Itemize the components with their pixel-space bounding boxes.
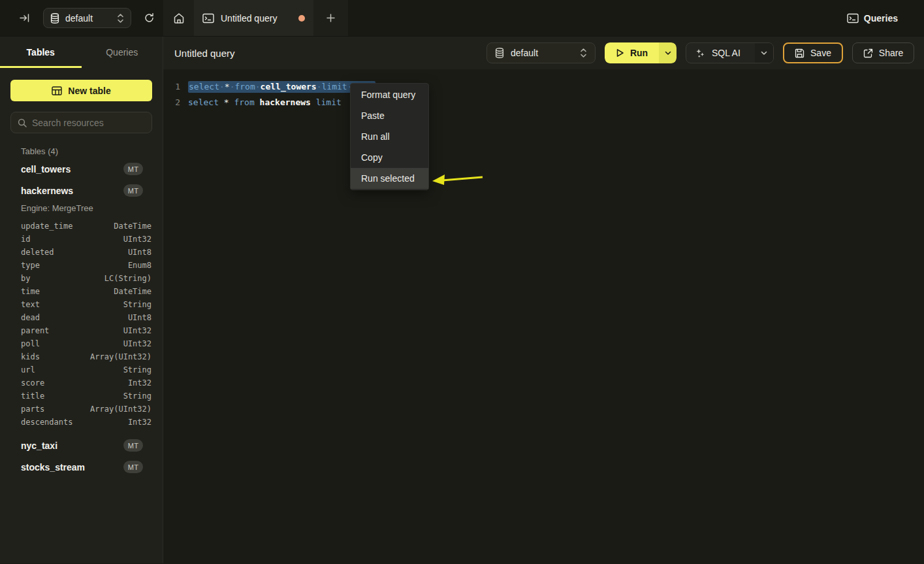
refresh-icon — [144, 12, 155, 24]
whitespace-dot: · — [255, 82, 261, 91]
column-row: pollUInt32 — [0, 337, 163, 350]
refresh-button[interactable] — [141, 10, 157, 26]
tab-strip: Untitled query — [163, 0, 348, 36]
column-type: Array(UInt32) — [90, 352, 151, 361]
column-row: update_timeDateTime — [0, 220, 163, 233]
column-row: partsArray(UInt32) — [0, 403, 163, 416]
context-menu-item-run-all[interactable]: Run all — [351, 126, 428, 147]
floppy-disk-icon — [795, 48, 805, 58]
query-toolbar: default Run — [486, 42, 914, 63]
new-table-button[interactable]: New table — [10, 80, 152, 101]
queries-panel-button[interactable]: Queries — [847, 13, 898, 24]
engine-label: Engine: MergeTree — [0, 201, 163, 216]
search-resources-input[interactable] — [32, 118, 150, 128]
code-text: select * from hackernews limit — [188, 95, 347, 111]
tab-untitled-query[interactable]: Untitled query — [194, 0, 313, 36]
sparkles-icon — [695, 48, 705, 58]
column-row: byLC(String) — [0, 272, 163, 285]
editor-database-selector[interactable]: default — [486, 42, 596, 63]
engine-badge: MT — [123, 461, 143, 473]
chevron-down-icon — [665, 51, 671, 56]
table-row[interactable]: hackernewsMT — [0, 180, 163, 201]
code-token: from — [234, 82, 255, 91]
table-grid-icon — [52, 86, 62, 95]
sidebar-tab-tables[interactable]: Tables — [0, 37, 82, 68]
column-name: type — [21, 261, 128, 270]
table-row[interactable]: stocks_streamMT — [0, 456, 163, 478]
sidebar: Tables Queries New table Tables (4) cell… — [0, 37, 163, 563]
chevron-updown-icon — [580, 48, 587, 58]
column-name: time — [21, 287, 114, 296]
column-row: kidsArray(UInt32) — [0, 350, 163, 363]
new-tab-button[interactable] — [313, 0, 348, 36]
column-name: id — [21, 235, 123, 244]
run-button[interactable]: Run — [605, 42, 659, 63]
table-list: cell_towersMThackernewsMTEngine: MergeTr… — [0, 158, 163, 563]
run-button-label: Run — [630, 48, 648, 58]
column-row: parentUInt32 — [0, 324, 163, 337]
app-window: default Untitled query — [0, 0, 924, 564]
table-name: nyc_taxi — [21, 440, 123, 451]
play-icon — [616, 48, 624, 58]
column-type: Enum8 — [128, 261, 151, 270]
engine-badge: MT — [123, 163, 143, 175]
active-tab-underline — [0, 66, 82, 68]
context-menu-item-run-selected[interactable]: Run selected — [351, 168, 428, 189]
editor-database-value: default — [511, 48, 580, 58]
code-token: from — [234, 97, 254, 107]
chevron-updown-icon — [117, 13, 124, 24]
column-name: score — [21, 378, 128, 388]
terminal-icon — [202, 13, 214, 24]
column-row: scoreInt32 — [0, 376, 163, 390]
code-line[interactable]: 2select * from hackernews limit — [163, 95, 924, 111]
annotation-arrow — [430, 171, 485, 187]
save-button-label: Save — [810, 48, 831, 58]
column-row: deadUInt8 — [0, 311, 163, 324]
context-menu-item-paste[interactable]: Paste — [351, 105, 428, 126]
column-row: deletedUInt8 — [0, 246, 163, 259]
share-button[interactable]: Share — [852, 42, 914, 63]
code-line[interactable]: 1select·*·from·cell_towers·limit·100; — [163, 80, 924, 95]
query-header: Untitled query default — [163, 37, 924, 69]
column-row: timeDateTime — [0, 285, 163, 298]
database-selector-value: default — [65, 13, 117, 24]
sidebar-tab-queries[interactable]: Queries — [82, 37, 163, 68]
chevron-down-icon — [761, 51, 767, 56]
column-type: UInt8 — [128, 313, 151, 322]
collapse-sidebar-button[interactable] — [16, 10, 33, 26]
sql-ai-button[interactable]: SQL AI — [686, 43, 755, 63]
line-number: 1 — [163, 80, 180, 95]
column-name: deleted — [21, 248, 128, 257]
column-name: kids — [21, 352, 90, 361]
main-panel: Untitled query default — [163, 37, 924, 563]
code-token: * — [225, 82, 230, 91]
column-name: parts — [21, 405, 90, 414]
code-token: limit — [316, 97, 342, 107]
tables-section-label: Tables (4) — [21, 146, 163, 158]
save-button[interactable]: Save — [783, 42, 843, 63]
sql-ai-caret[interactable] — [755, 43, 773, 63]
context-menu-item-copy[interactable]: Copy — [351, 147, 428, 168]
sql-ai-label: SQL AI — [712, 48, 741, 58]
column-type: String — [123, 300, 151, 309]
column-row: idUInt32 — [0, 233, 163, 246]
context-menu-item-format-query[interactable]: Format query — [351, 84, 428, 105]
table-name: cell_towers — [21, 164, 123, 174]
topbar-database-selector[interactable]: default — [43, 8, 131, 28]
spacer — [0, 429, 163, 435]
tab-label: Untitled query — [221, 13, 292, 24]
external-link-icon — [863, 48, 873, 58]
sql-editor[interactable]: 1select·*·from·cell_towers·limit·100;2se… — [163, 69, 924, 563]
column-type: DateTime — [114, 287, 151, 296]
column-row: titleString — [0, 390, 163, 403]
table-row[interactable]: nyc_taxiMT — [0, 435, 163, 456]
column-name: parent — [21, 326, 123, 335]
home-button[interactable] — [163, 0, 194, 36]
run-options-caret[interactable] — [659, 42, 677, 63]
whitespace-dot: · — [317, 82, 322, 91]
table-row[interactable]: cell_towersMT — [0, 158, 163, 180]
column-type: UInt32 — [123, 339, 151, 348]
sidebar-tabs: Tables Queries — [0, 37, 163, 68]
context-menu: Format queryPasteRun allCopyRun selected — [350, 83, 429, 190]
column-row: descendantsInt32 — [0, 416, 163, 429]
